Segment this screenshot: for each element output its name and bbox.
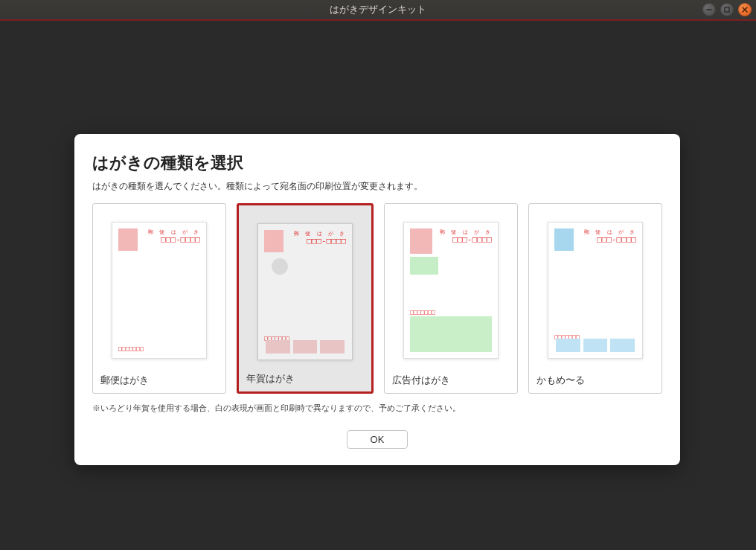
postcard-thumb-icon: 郵 便 は が き □□□-□□□□ □□□□□□□ xyxy=(112,222,207,359)
sender-zip-icon: □□□□□□□ xyxy=(410,309,435,316)
lottery-band-icon xyxy=(556,339,635,352)
lottery-band-icon xyxy=(266,340,345,354)
workspace: はがきの種類を選択 はがきの種類を選んでください。種類によって宛名面の印刷位置が… xyxy=(0,21,756,550)
dialog-heading: はがきの種類を選択 xyxy=(92,152,662,174)
postcard-preview: 郵 便 は が き □□□-□□□□ □□□□□□□ xyxy=(385,204,517,369)
postcard-type-options: 郵 便 は が き □□□-□□□□ □□□□□□□ 郵便はがき 郵 便 は が… xyxy=(92,203,662,394)
postcard-option-koukoku[interactable]: 郵 便 は が き □□□-□□□□ □□□□□□□ 広告付はがき xyxy=(384,203,518,394)
postcard-option-label: 郵便はがき xyxy=(93,369,225,393)
postcard-option-kamome[interactable]: 郵 便 は が き □□□-□□□□ □□□□□□□ かもめ〜る xyxy=(528,203,662,394)
maximize-button[interactable] xyxy=(720,3,734,16)
postcard-option-label: 広告付はがき xyxy=(385,369,517,393)
postcard-option-yubin[interactable]: 郵 便 は が き □□□-□□□□ □□□□□□□ 郵便はがき xyxy=(92,203,226,394)
recipient-zip-icon: □□□-□□□□ xyxy=(597,234,636,244)
postcard-preview: 郵 便 は が き □□□-□□□□ □□□□□□□ xyxy=(529,204,662,369)
recipient-zip-icon: □□□-□□□□ xyxy=(307,236,346,246)
postcard-option-label: 年賀はがき xyxy=(239,368,371,391)
ok-button[interactable]: OK xyxy=(347,430,408,449)
maximize-icon xyxy=(723,6,731,13)
stamp-icon xyxy=(554,228,574,251)
postcard-preview: 郵 便 は が き □□□-□□□□ □□□□□□□ xyxy=(93,204,225,369)
recipient-zip-icon: □□□-□□□□ xyxy=(161,234,200,244)
window-title: はがきデザインキット xyxy=(0,3,756,16)
minimize-icon xyxy=(705,6,713,13)
svg-rect-1 xyxy=(725,7,729,12)
postcard-preview: 郵 便 は が き □□□-□□□□ □□□□□□□ xyxy=(239,205,371,368)
titlebar: はがきデザインキット xyxy=(0,0,756,21)
postcard-option-nenga[interactable]: 郵 便 は が き □□□-□□□□ □□□□□□□ 年賀はがき xyxy=(237,203,374,394)
stamp-icon xyxy=(264,230,284,252)
stamp-icon xyxy=(118,228,138,251)
dialog-footnote: ※いろどり年賀を使用する場合、白の表現が画面と印刷時で異なりますので、予めご了承… xyxy=(92,403,662,414)
postcard-thumb-icon: 郵 便 は が き □□□-□□□□ □□□□□□□ xyxy=(257,223,353,360)
minimize-button[interactable] xyxy=(702,3,716,16)
postcard-type-dialog: はがきの種類を選択 はがきの種類を選んでください。種類によって宛名面の印刷位置が… xyxy=(74,134,680,465)
ad-area-icon xyxy=(410,257,438,275)
dialog-actions: OK xyxy=(92,430,662,449)
postcard-option-label: かもめ〜る xyxy=(529,369,662,393)
window-controls xyxy=(702,3,752,16)
dialog-subtitle: はがきの種類を選んでください。種類によって宛名面の印刷位置が変更されます。 xyxy=(92,180,662,193)
postcard-thumb-icon: 郵 便 は が き □□□-□□□□ □□□□□□□ xyxy=(403,222,499,359)
sender-zip-icon: □□□□□□□ xyxy=(118,345,144,352)
postmark-icon xyxy=(272,258,288,275)
recipient-zip-icon: □□□-□□□□ xyxy=(452,234,492,244)
postcard-thumb-icon: 郵 便 は が き □□□-□□□□ □□□□□□□ xyxy=(548,222,643,359)
close-button[interactable] xyxy=(738,3,752,16)
close-icon xyxy=(741,6,749,13)
stamp-icon xyxy=(410,228,432,254)
ad-area-icon xyxy=(410,316,492,352)
